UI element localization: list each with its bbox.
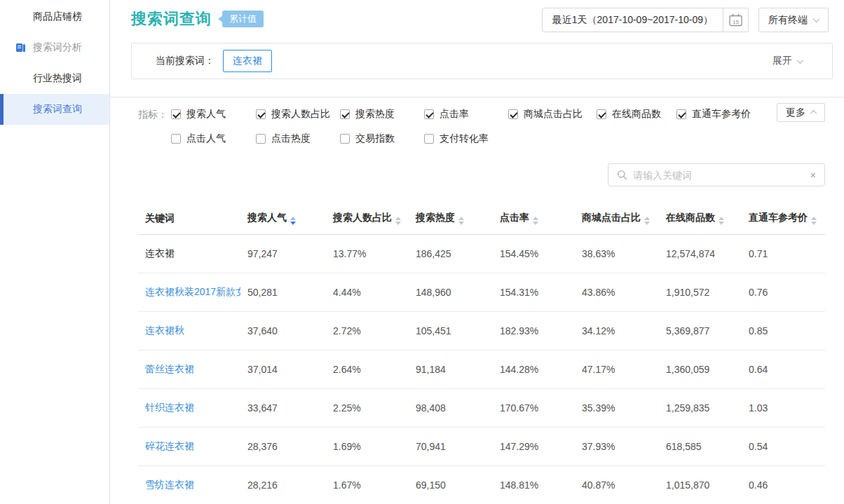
current-word-chip[interactable]: 连衣裙: [223, 50, 272, 72]
keyword-cell[interactable]: 蕾丝连衣裙: [138, 350, 240, 389]
metric-checkbox[interactable]: [256, 134, 266, 144]
metric-checkbox[interactable]: [424, 134, 434, 144]
metric-checkbox[interactable]: [340, 109, 350, 119]
metric-item-row1-0[interactable]: 搜索人气: [171, 105, 256, 123]
keyword-cell[interactable]: 连衣裙秋: [138, 312, 240, 350]
metric-label: 搜索热度: [355, 108, 395, 121]
column-header[interactable]: 在线商品数: [659, 206, 742, 235]
sort-icon[interactable]: [719, 217, 724, 225]
keyword-cell[interactable]: 连衣裙秋装2017新款女: [138, 273, 240, 312]
column-header[interactable]: 商城点击占比: [575, 206, 659, 235]
sidebar-item-label: 商品店铺榜: [33, 11, 82, 23]
metrics-label: 指标：: [138, 105, 168, 123]
chevron-down-icon: [797, 57, 804, 64]
sort-icon[interactable]: [290, 217, 296, 225]
column-header-label: 直通车参考价: [749, 212, 808, 223]
column-header[interactable]: 搜索人数占比: [326, 206, 409, 235]
value-cell: 147.29%: [493, 428, 575, 466]
sort-icon[interactable]: [395, 217, 401, 225]
metric-item-row1-2[interactable]: 搜索热度: [340, 105, 424, 123]
table-row: 蕾丝连衣裙37,0142.64%91,184144.28%47.17%1,360…: [138, 350, 825, 389]
svg-text:15: 15: [733, 19, 739, 25]
keyword-cell: 连衣裙: [138, 235, 240, 273]
sidebar-item-product-shop-rank[interactable]: 商品店铺榜: [0, 1, 109, 32]
value-cell: 28,376: [240, 428, 326, 466]
chevron-up-icon: [810, 110, 817, 117]
date-range-button[interactable]: 最近1天（2017-10-09~2017-10-09）: [543, 8, 723, 32]
metric-checkbox[interactable]: [508, 109, 518, 119]
keywords-table: 关键词搜索人气搜索人数占比搜索热度点击率商城点击占比在线商品数直通车参考价 连衣…: [138, 206, 825, 504]
value-cell: 37,640: [240, 312, 326, 350]
table-row: 针织连衣裙33,6472.25%98,408170.67%35.39%1,259…: [138, 389, 825, 428]
more-button[interactable]: 更多: [777, 103, 825, 122]
value-cell: 28,216: [240, 466, 326, 504]
metric-item-row1-1[interactable]: 搜索人数占比: [256, 105, 340, 123]
column-header-label: 搜索人数占比: [333, 212, 392, 223]
keyword-search-input[interactable]: [633, 170, 805, 181]
keyword-cell[interactable]: 针织连衣裙: [138, 389, 240, 428]
value-cell: 13.77%: [326, 235, 409, 273]
sidebar-item-label: 搜索词分析: [33, 41, 82, 54]
metric-item-row1-6[interactable]: 直通车参考价: [676, 105, 782, 123]
terminal-selector[interactable]: 所有终端: [758, 8, 829, 32]
value-cell: 618,585: [659, 428, 742, 466]
value-cell: 70,941: [409, 428, 493, 466]
value-cell: 38.63%: [575, 235, 659, 273]
keyword-cell[interactable]: 雪纺连衣裙: [138, 466, 240, 504]
metric-checkbox[interactable]: [676, 109, 686, 119]
keyword-cell[interactable]: 碎花连衣裙: [138, 428, 240, 466]
metric-checkbox[interactable]: [171, 109, 181, 119]
column-header[interactable]: 搜索人气: [240, 206, 326, 235]
clear-icon[interactable]: ×: [810, 170, 816, 180]
calendar-icon: 15: [728, 13, 743, 27]
sidebar-item-industry-hot-words[interactable]: 行业热搜词: [0, 63, 109, 94]
sort-icon[interactable]: [811, 217, 817, 225]
terminal-selector-label: 所有终端: [768, 14, 808, 27]
value-cell: 2.25%: [326, 389, 409, 428]
date-range-group: 最近1天（2017-10-09~2017-10-09） 15: [542, 8, 749, 32]
metric-item-row1-4[interactable]: 商城点击占比: [508, 105, 597, 123]
value-cell: 0.64: [742, 350, 825, 389]
expand-button[interactable]: 展开: [772, 55, 803, 67]
metric-label: 点击率: [440, 108, 469, 121]
table-row: 连衣裙97,24713.77%186,425154.45%38.63%12,57…: [138, 235, 825, 273]
metric-checkbox[interactable]: [256, 109, 266, 119]
metric-item-row1-5[interactable]: 在线商品数: [597, 105, 676, 123]
value-cell: 0.46: [742, 466, 825, 504]
metric-item-row2-2[interactable]: 交易指数: [340, 130, 424, 148]
search-icon: [617, 170, 627, 180]
value-cell: 37,014: [240, 350, 326, 389]
metric-label: 支付转化率: [440, 132, 489, 145]
sidebar-item-search-word-analysis[interactable]: 搜索词分析: [0, 32, 109, 63]
value-cell: 1,015,870: [659, 466, 742, 504]
metric-item-row1-3[interactable]: 点击率: [424, 105, 508, 123]
metric-item-row2-0[interactable]: 点击人气: [171, 130, 256, 148]
metric-item-row2-3[interactable]: 支付转化率: [424, 130, 508, 148]
more-label: 更多: [786, 107, 805, 119]
current-search-word-panel: 当前搜索词： 连衣裙 展开: [131, 43, 833, 79]
column-header-label: 商城点击占比: [582, 212, 641, 223]
metric-checkbox[interactable]: [424, 109, 434, 119]
column-header[interactable]: 搜索热度: [409, 206, 493, 235]
sort-icon[interactable]: [533, 217, 538, 225]
value-cell: 154.45%: [493, 235, 575, 273]
sidebar-item-search-word-query[interactable]: 搜索词查询: [0, 94, 109, 125]
sort-icon[interactable]: [644, 217, 650, 225]
table-body: 连衣裙97,24713.77%186,425154.45%38.63%12,57…: [138, 235, 825, 504]
metrics-grid: 搜索人气搜索人数占比搜索热度点击率商城点击占比在线商品数直通车参考价点击人气点击…: [171, 105, 782, 148]
table-row: 碎花连衣裙28,3761.69%70,941147.29%37.93%618,5…: [138, 428, 825, 466]
column-header[interactable]: 直通车参考价: [742, 206, 825, 235]
value-cell: 186,425: [409, 235, 493, 273]
metric-checkbox[interactable]: [340, 134, 350, 144]
metric-label: 商城点击占比: [524, 108, 583, 121]
metric-checkbox[interactable]: [597, 109, 606, 119]
calendar-button[interactable]: 15: [723, 8, 748, 32]
expand-label: 展开: [772, 55, 792, 67]
metric-checkbox[interactable]: [171, 134, 181, 144]
metric-item-row2-1[interactable]: 点击热度: [256, 130, 340, 148]
value-cell: 0.54: [742, 428, 825, 466]
column-header[interactable]: 点击率: [493, 206, 575, 235]
value-cell: 37.93%: [575, 428, 659, 466]
metric-label: 交易指数: [355, 132, 395, 145]
sort-icon[interactable]: [458, 217, 464, 225]
